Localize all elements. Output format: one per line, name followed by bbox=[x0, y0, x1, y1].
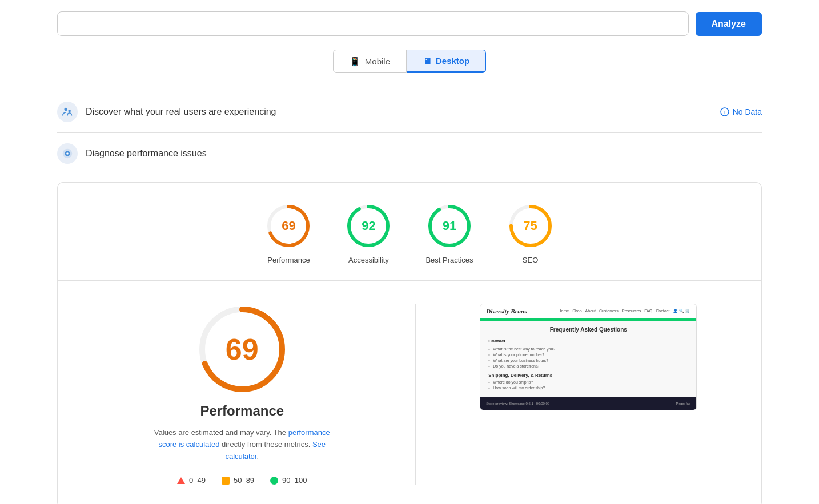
screenshot-preview: Diversity Beans Home Shop About Customer… bbox=[480, 304, 697, 410]
score-item-accessibility[interactable]: 92 Accessibility bbox=[346, 203, 391, 264]
accessibility-score: 92 bbox=[362, 219, 375, 233]
url-input[interactable]: https://ztm4koq9xdwv4r67-41281880214.sho… bbox=[57, 11, 689, 36]
seo-score: 75 bbox=[523, 219, 537, 233]
best-practices-label: Best Practices bbox=[425, 256, 473, 264]
screenshot-item: Where do you ship to? bbox=[488, 380, 688, 384]
accessibility-circle: 92 bbox=[346, 203, 391, 249]
screenshot-nav: Diversity Beans Home Shop About Customer… bbox=[480, 304, 696, 318]
svg-text:i: i bbox=[724, 109, 725, 115]
screenshot-item: What is your phone number? bbox=[488, 353, 688, 357]
best-practices-score: 91 bbox=[443, 219, 456, 233]
desktop-tab[interactable]: 🖥 Desktop bbox=[407, 50, 486, 73]
legend-item-90-100: 90–100 bbox=[270, 476, 307, 485]
screenshot-logo: Diversity Beans bbox=[486, 308, 527, 315]
score-item-seo[interactable]: 75 SEO bbox=[508, 203, 553, 264]
diagnose-section: Diagnose performance issues bbox=[57, 133, 762, 174]
average-icon bbox=[222, 477, 230, 485]
good-icon bbox=[270, 477, 278, 485]
accessibility-label: Accessibility bbox=[348, 256, 389, 264]
screenshot-section2: Shipping, Delivery, & Returns bbox=[488, 373, 688, 378]
detail-description: Values are estimated and may vary. The p… bbox=[145, 427, 339, 462]
screenshot-body: Frequently Asked Questions Contact What … bbox=[480, 321, 696, 397]
svg-point-0 bbox=[65, 108, 68, 111]
screenshot-section1: Contact bbox=[488, 338, 688, 344]
legend-item-0-49: 0–49 bbox=[177, 476, 206, 485]
detail-right: Diversity Beans Home Shop About Customer… bbox=[416, 304, 739, 485]
mobile-tab[interactable]: 📱 Mobile bbox=[333, 50, 407, 73]
diagnose-label: Diagnose performance issues bbox=[86, 148, 762, 159]
score-item-performance[interactable]: 69 Performance bbox=[266, 203, 311, 264]
mobile-label: Mobile bbox=[365, 57, 390, 66]
performance-circle: 69 bbox=[266, 203, 311, 249]
screenshot-footer: Store preview: Showcase 0.6.1 | 00:00:02… bbox=[480, 397, 696, 410]
info-icon: i bbox=[720, 107, 729, 116]
screenshot-item: How soon will my order ship? bbox=[488, 386, 688, 390]
svg-point-1 bbox=[68, 110, 71, 112]
desktop-icon: 🖥 bbox=[423, 56, 431, 66]
legend-row: 0–49 50–89 90–100 bbox=[177, 476, 307, 485]
mobile-icon: 📱 bbox=[350, 57, 360, 67]
score-item-best-practices[interactable]: 91 Best Practices bbox=[425, 203, 473, 264]
seo-circle: 75 bbox=[508, 203, 553, 249]
performance-score: 69 bbox=[282, 219, 295, 233]
svg-point-6 bbox=[66, 152, 69, 155]
legend-item-50-89: 50–89 bbox=[222, 476, 254, 485]
large-score-circle: 69 bbox=[196, 304, 288, 395]
screenshot-item: What are your business hours? bbox=[488, 358, 688, 362]
screenshot-nav-links: Home Shop About Customers Resources FAQ … bbox=[559, 309, 691, 313]
device-toggle: 📱 Mobile 🖥 Desktop bbox=[57, 50, 762, 73]
bad-icon bbox=[177, 477, 185, 484]
detail-section: 69 Performance Values are estimated and … bbox=[58, 281, 761, 504]
no-data-badge: i No Data bbox=[720, 107, 762, 116]
best-practices-circle: 91 bbox=[427, 203, 472, 249]
performance-label: Performance bbox=[267, 256, 310, 264]
large-score-number: 69 bbox=[226, 332, 259, 366]
screenshot-item: Do you have a storefront? bbox=[488, 364, 688, 368]
screenshot-title: Frequently Asked Questions bbox=[488, 326, 688, 333]
real-users-icon bbox=[57, 102, 78, 122]
detail-title: Performance bbox=[200, 403, 284, 419]
screenshot-item: What is the best way to reach you? bbox=[488, 347, 688, 351]
seo-label: SEO bbox=[523, 256, 538, 264]
real-users-section: Discover what your real users are experi… bbox=[57, 91, 762, 133]
analyze-button[interactable]: Analyze bbox=[696, 12, 762, 36]
real-users-label: Discover what your real users are experi… bbox=[86, 107, 712, 117]
detail-left: 69 Performance Values are estimated and … bbox=[92, 304, 416, 485]
diagnose-icon bbox=[57, 143, 78, 164]
scores-row: 69 Performance 92 Accessibility bbox=[58, 183, 761, 281]
performance-card: 69 Performance 92 Accessibility bbox=[57, 182, 762, 504]
desktop-label: Desktop bbox=[436, 56, 469, 66]
